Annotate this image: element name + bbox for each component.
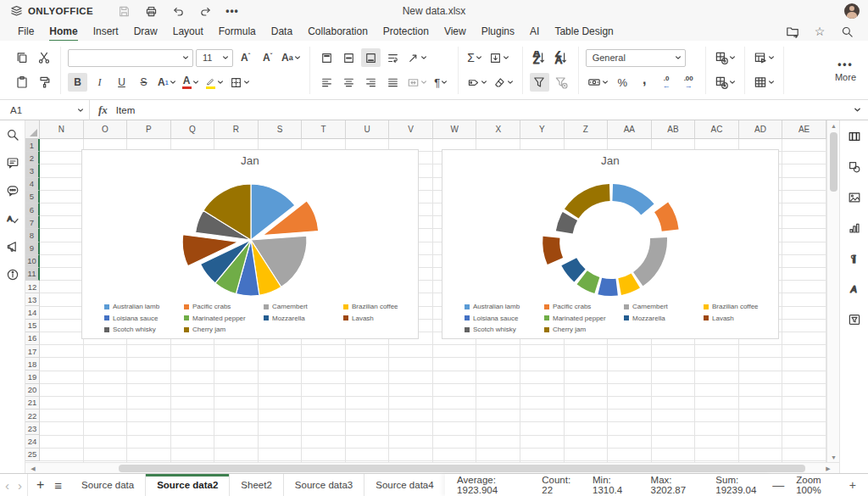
- image-settings-button[interactable]: [845, 188, 864, 207]
- select-all-corner[interactable]: [25, 120, 40, 139]
- percent-style-button[interactable]: %: [613, 73, 632, 92]
- slice-lavash[interactable]: [542, 237, 563, 265]
- row-header-7[interactable]: 7: [25, 216, 40, 229]
- undo-button[interactable]: [167, 3, 189, 20]
- bold-button[interactable]: B: [68, 73, 87, 92]
- clear-filter-button[interactable]: [552, 73, 571, 92]
- vertical-scroll-thumb[interactable]: [830, 132, 837, 192]
- sheet-tab-sheet2[interactable]: Sheet2: [230, 474, 283, 496]
- spell-check-button[interactable]: [3, 209, 22, 228]
- menu-tab-file[interactable]: File: [10, 24, 42, 39]
- row-header-20[interactable]: 20: [25, 384, 40, 397]
- increase-decimal-button[interactable]: .00→: [679, 73, 698, 92]
- row-header-2[interactable]: 2: [25, 152, 40, 164]
- save-as-table-template-button[interactable]: [752, 48, 776, 67]
- column-header-Q[interactable]: Q: [171, 120, 215, 139]
- insert-function-icon[interactable]: fx: [90, 103, 116, 117]
- format-painter-button[interactable]: [34, 73, 53, 92]
- row-header-4[interactable]: 4: [25, 178, 40, 191]
- scroll-down-arrow[interactable]: ▼: [827, 452, 840, 462]
- column-header-AA[interactable]: AA: [608, 120, 652, 139]
- highlight-color-button[interactable]: [203, 73, 225, 92]
- cut-button[interactable]: [34, 48, 53, 67]
- search-button[interactable]: [3, 125, 22, 144]
- chat-button[interactable]: [3, 181, 22, 200]
- sheet-tab-source-data4[interactable]: Source data4: [364, 474, 445, 496]
- column-header-AE[interactable]: AE: [782, 120, 826, 139]
- row-header-10[interactable]: 10: [25, 255, 40, 268]
- sheet-tab-source-data2[interactable]: Source data2: [146, 474, 230, 496]
- copy-button[interactable]: [12, 48, 31, 67]
- row-header-18[interactable]: 18: [25, 358, 40, 371]
- menu-tab-home[interactable]: Home: [42, 24, 85, 39]
- menu-tab-view[interactable]: View: [437, 24, 474, 39]
- row-header-25[interactable]: 25: [25, 449, 40, 461]
- cell-name-box[interactable]: A1: [0, 100, 90, 120]
- sort-ascending-button[interactable]: [530, 48, 549, 67]
- font-size-select[interactable]: 11: [196, 49, 233, 67]
- delete-cells-button[interactable]: [713, 73, 737, 92]
- menu-tab-table-design[interactable]: Table Design: [547, 24, 620, 39]
- row-header-12[interactable]: 12: [25, 281, 40, 293]
- comments-button[interactable]: [3, 153, 22, 172]
- column-header-S[interactable]: S: [259, 120, 303, 139]
- filter-button[interactable]: [530, 73, 549, 92]
- slice-pacific-crabs[interactable]: [654, 202, 679, 231]
- row-header-17[interactable]: 17: [25, 345, 40, 358]
- ribbon-more-button[interactable]: ••• More: [823, 59, 868, 82]
- menu-tab-plugins[interactable]: Plugins: [474, 24, 522, 39]
- row-header-1[interactable]: 1: [25, 139, 40, 152]
- sheet-list-button[interactable]: ≡: [54, 478, 62, 493]
- print-button[interactable]: [140, 3, 162, 20]
- search-button[interactable]: [839, 24, 854, 39]
- about-button[interactable]: [3, 265, 22, 284]
- horizontal-scroll-thumb[interactable]: [119, 465, 805, 472]
- slice-camembert[interactable]: [633, 237, 667, 286]
- user-avatar[interactable]: [844, 3, 860, 19]
- subscript-superscript-button[interactable]: A1: [156, 73, 178, 92]
- chart-settings-button[interactable]: [845, 219, 864, 237]
- slice-cherry-jam[interactable]: [565, 184, 610, 219]
- slice-australian-lamb[interactable]: [612, 184, 654, 215]
- row-header-21[interactable]: 21: [25, 397, 40, 410]
- feedback-button[interactable]: [3, 237, 22, 256]
- scroll-up-arrow[interactable]: ▲: [827, 120, 840, 131]
- row-header-19[interactable]: 19: [25, 371, 40, 383]
- menu-tab-collaboration[interactable]: Collaboration: [300, 24, 376, 39]
- column-header-Z[interactable]: Z: [565, 120, 609, 139]
- vertical-scrollbar[interactable]: ▲ ▼: [826, 120, 839, 462]
- menu-tab-draw[interactable]: Draw: [126, 24, 165, 39]
- insert-cells-button[interactable]: [713, 48, 737, 67]
- row-header-13[interactable]: 13: [25, 293, 40, 306]
- slice-loisiana-sauce[interactable]: [598, 278, 617, 296]
- shape-settings-button[interactable]: [845, 158, 864, 176]
- column-header-AD[interactable]: AD: [739, 120, 783, 139]
- column-header-R[interactable]: R: [214, 120, 259, 139]
- sheet-tab-source-data[interactable]: Source data: [70, 474, 146, 496]
- justify-button[interactable]: [383, 73, 403, 92]
- comma-style-button[interactable]: ,: [635, 73, 654, 92]
- row-header-16[interactable]: 16: [25, 332, 40, 345]
- row-header-15[interactable]: 15: [25, 320, 40, 332]
- wrap-text-button[interactable]: [383, 48, 403, 67]
- menu-tab-ai[interactable]: AI: [522, 24, 547, 39]
- accounting-style-button[interactable]: [586, 73, 610, 92]
- column-header-T[interactable]: T: [302, 120, 346, 139]
- zoom-out-button[interactable]: —: [772, 478, 784, 492]
- pie-chart[interactable]: Jan Australian lambPacific crabsCamember…: [81, 149, 419, 339]
- decrease-decimal-button[interactable]: .0←: [657, 73, 676, 92]
- zoom-level[interactable]: Zoom 100%: [796, 475, 837, 495]
- font-color-button[interactable]: A: [181, 73, 201, 92]
- align-left-button[interactable]: [317, 73, 337, 92]
- row-header-6[interactable]: 6: [25, 203, 40, 216]
- underline-button[interactable]: U: [112, 73, 131, 92]
- prev-sheet-button[interactable]: ‹: [5, 478, 9, 493]
- expand-formula-bar-button[interactable]: [854, 106, 868, 114]
- row-header-5[interactable]: 5: [25, 191, 40, 203]
- orientation-button[interactable]: [405, 48, 429, 67]
- table-settings-button[interactable]: [845, 127, 864, 146]
- column-header-Y[interactable]: Y: [520, 120, 565, 139]
- strikethrough-button[interactable]: S: [134, 73, 153, 92]
- named-ranges-button[interactable]: [465, 73, 489, 92]
- column-header-O[interactable]: O: [84, 120, 128, 139]
